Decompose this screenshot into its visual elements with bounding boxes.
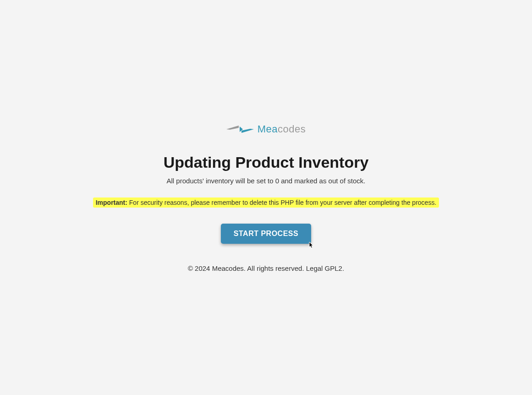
logo-brand-first: Mea: [258, 123, 278, 135]
logo-arrows-icon: [226, 124, 254, 134]
page-subtitle: All products' inventory will be set to 0…: [9, 177, 523, 185]
main-container: Meacodes Updating Product Inventory All …: [0, 123, 532, 272]
warning-label: Important:: [96, 199, 127, 206]
logo: Meacodes: [9, 123, 523, 135]
svg-marker-0: [226, 126, 239, 130]
footer-text: © 2024 Meacodes. All rights reserved. Le…: [9, 264, 523, 272]
logo-text: Meacodes: [258, 123, 306, 135]
start-process-button[interactable]: START PROCESS: [221, 224, 311, 244]
warning-text: For security reasons, please remember to…: [127, 199, 436, 206]
warning-banner: Important: For security reasons, please …: [93, 198, 439, 208]
logo-brand-second: codes: [278, 123, 306, 135]
start-process-label: START PROCESS: [234, 230, 298, 237]
page-title: Updating Product Inventory: [9, 154, 523, 171]
svg-marker-1: [241, 129, 254, 133]
cursor-pointer-icon: [307, 241, 316, 250]
